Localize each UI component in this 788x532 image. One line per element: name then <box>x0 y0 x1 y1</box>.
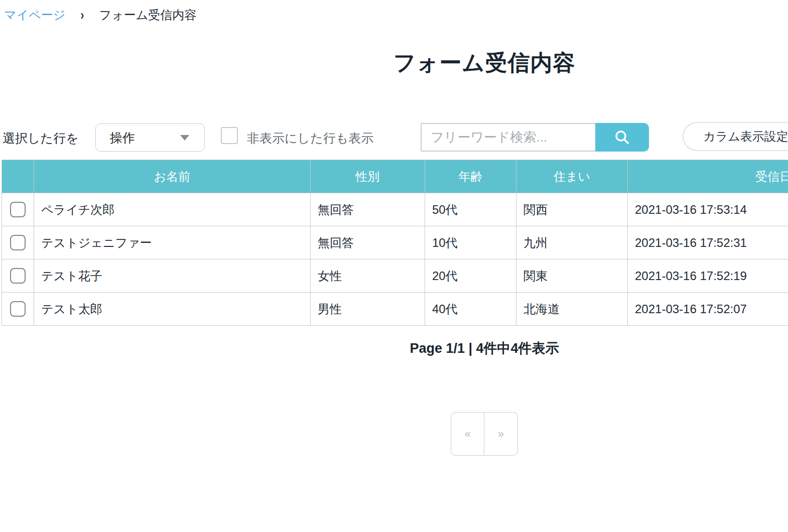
row-checkbox[interactable] <box>10 268 26 284</box>
cell-received-at: 2021-03-16 17:52:07 <box>628 293 788 326</box>
row-checkbox-cell <box>2 193 34 226</box>
search-input[interactable] <box>421 123 595 152</box>
table-row: テスト花子女性20代関東2021-03-16 17:52:19 <box>2 259 788 293</box>
breadcrumb-current: フォーム受信内容 <box>99 7 197 23</box>
page: マイページ › フォーム受信内容 フォーム受信内容 選択した行を 操作 非表示に… <box>0 0 788 532</box>
row-checkbox[interactable] <box>10 202 26 217</box>
cell-gender: 無回答 <box>311 226 425 259</box>
cell-received-at: 2021-03-16 17:52:31 <box>628 226 788 259</box>
show-hidden-label: 非表示にした行も表示 <box>247 130 373 147</box>
breadcrumb: マイページ › フォーム受信内容 <box>4 7 196 23</box>
col-header-age: 年齢 <box>425 160 516 193</box>
breadcrumb-link-mypage[interactable]: マイページ <box>4 7 65 23</box>
page-info: Page 1/1 | 4件中4件表示 <box>0 339 788 357</box>
cell-age: 40代 <box>425 293 516 326</box>
row-checkbox-cell <box>2 293 34 326</box>
prev-page-button[interactable]: « <box>451 412 484 456</box>
cell-age: 50代 <box>425 193 516 226</box>
cell-residence: 関東 <box>516 259 628 293</box>
next-page-button[interactable]: » <box>484 412 518 456</box>
cell-age: 20代 <box>425 259 516 293</box>
col-header-residence: 住まい <box>516 160 628 193</box>
pagination: « » <box>451 412 518 456</box>
cell-residence: 北海道 <box>516 293 628 326</box>
col-header-gender: 性別 <box>311 160 425 193</box>
search-icon <box>614 129 631 146</box>
header-checkbox-cell <box>2 160 34 193</box>
table-row: テスト太郎男性40代北海道2021-03-16 17:52:07 <box>2 293 788 326</box>
show-hidden-checkbox[interactable] <box>221 127 238 144</box>
col-header-received-at: 受信日時 <box>628 160 788 193</box>
chevron-down-icon <box>180 135 189 141</box>
table-row: ペライチ次郎無回答50代関西2021-03-16 17:53:14 <box>2 193 788 226</box>
row-checkbox-cell <box>2 226 34 259</box>
column-settings-button[interactable]: カラム表示設定 <box>683 122 788 151</box>
row-checkbox-cell <box>2 259 34 293</box>
breadcrumb-chevron-icon: › <box>80 7 84 24</box>
cell-residence: 九州 <box>516 226 628 259</box>
row-checkbox[interactable] <box>10 235 26 250</box>
col-header-name: お名前 <box>34 160 311 193</box>
cell-age: 10代 <box>425 226 516 259</box>
cell-name: テスト太郎 <box>34 293 311 326</box>
cell-received-at: 2021-03-16 17:52:19 <box>628 259 788 293</box>
cell-name: ペライチ次郎 <box>34 193 311 226</box>
table-row: テストジェニファー無回答10代九州2021-03-16 17:52:31 <box>2 226 788 259</box>
search-group <box>421 123 649 152</box>
cell-gender: 女性 <box>311 259 425 293</box>
cell-name: テスト花子 <box>34 259 311 293</box>
row-checkbox[interactable] <box>10 301 26 317</box>
cell-gender: 男性 <box>311 293 425 326</box>
cell-gender: 無回答 <box>311 193 425 226</box>
action-dropdown[interactable]: 操作 <box>95 123 205 152</box>
search-button[interactable] <box>595 123 649 152</box>
selected-rows-label: 選択した行を <box>3 130 79 147</box>
cell-name: テストジェニファー <box>34 226 311 259</box>
cell-residence: 関西 <box>516 193 628 226</box>
received-forms-table: お名前 性別 年齢 住まい 受信日時 ペライチ次郎無回答50代関西2021-03… <box>2 160 788 326</box>
action-dropdown-value: 操作 <box>110 129 135 146</box>
cell-received-at: 2021-03-16 17:53:14 <box>628 193 788 226</box>
table-header-row: お名前 性別 年齢 住まい 受信日時 <box>2 160 788 193</box>
page-title: フォーム受信内容 <box>0 48 788 78</box>
